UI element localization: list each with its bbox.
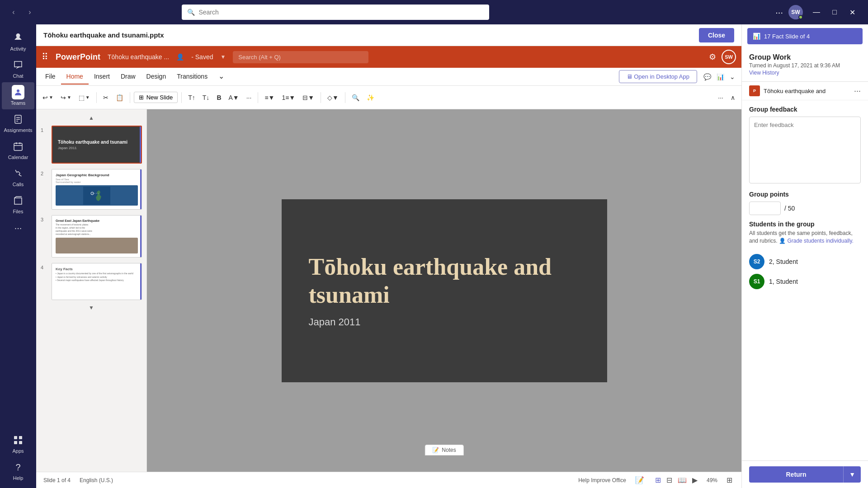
ppt-frame: ⠿ PowerPoint Tōhoku earthquake ... 👤 - S… [36, 46, 741, 488]
cut-button[interactable]: ✂ [100, 92, 111, 103]
view-history-link[interactable]: View History [749, 70, 861, 76]
font-size-up[interactable]: T↑ [185, 92, 198, 103]
calendar-label: Calendar [8, 155, 28, 160]
slideshow-button[interactable]: ▶ [690, 475, 699, 485]
open-desktop-button[interactable]: 🖥 Open in Desktop App [619, 70, 697, 83]
sidebar-item-calendar[interactable]: Calendar [2, 136, 34, 164]
collapse-toolbar-button[interactable]: ∧ [728, 92, 738, 103]
sidebar-item-calls[interactable]: Calls [2, 164, 34, 191]
menu-insert[interactable]: Insert [89, 69, 115, 84]
return-dropdown-button[interactable]: ▼ [843, 466, 861, 483]
avatar[interactable]: SW [788, 5, 803, 19]
file-options-button[interactable]: ··· [854, 86, 861, 96]
slide3-indicator [140, 216, 142, 257]
scroll-up[interactable]: ▲ [36, 113, 146, 123]
nav-buttons: ‹ › [7, 6, 36, 19]
ppt-apps-button[interactable]: ⠿ [42, 52, 48, 62]
slide-preview-4[interactable]: Key Facts • Japan is a country documente… [52, 263, 142, 300]
student-item-s2[interactable]: S2 2, Student [749, 254, 861, 269]
content-area: Tōhoku earthquake and tsunami.pptx Close… [36, 24, 741, 488]
slide-thumb-1[interactable]: 1 Tōhoku earthquake and tsunami Japan 20… [36, 123, 146, 166]
font-size-down[interactable]: T↓ [200, 92, 212, 103]
student-list: S2 2, Student S1 1, Student [742, 250, 868, 293]
sidebar-item-teams[interactable]: Teams [2, 82, 34, 109]
right-panel-header: Group Work Turned in August 17, 2021 at … [742, 48, 868, 82]
notes-button[interactable]: 📝 [633, 475, 646, 485]
minimize-button[interactable]: — [808, 4, 825, 20]
sidebar-item-chat[interactable]: Chat [2, 55, 34, 82]
student-item-s1[interactable]: S1 1, Student [749, 274, 861, 289]
menu-home[interactable]: Home [61, 69, 89, 84]
normal-view-button[interactable]: ⊞ [653, 475, 663, 485]
sidebar-item-activity[interactable]: Activity [2, 28, 34, 55]
assignments-label: Assignments [4, 127, 33, 133]
sidebar: Activity Chat Teams Assignments [0, 24, 36, 488]
title-search-bar[interactable]: 🔍 [182, 5, 489, 20]
slide-preview-3[interactable]: Great East Japan Earthquake The movement… [52, 215, 142, 258]
collaborate-button[interactable]: ⌄ [727, 71, 738, 82]
copy-button[interactable]: ⬚▼ [76, 92, 93, 103]
settings-icon[interactable]: ⚙ [709, 52, 716, 62]
main-slide[interactable]: Tōhoku earthquake and tsunami Japan 2011 [282, 199, 607, 382]
prev-item-button[interactable]: 📊 17 Fact Slide of 4 [747, 28, 863, 44]
sidebar-item-help[interactable]: ? Help [2, 457, 34, 484]
shape-fill-button[interactable]: ◇▼ [325, 92, 341, 103]
points-input[interactable] [749, 202, 781, 215]
back-button[interactable]: ‹ [7, 6, 20, 19]
menu-design[interactable]: Design [141, 69, 172, 84]
slide-preview-1[interactable]: Tōhoku earthquake and tsunami Japan 2011 [52, 126, 142, 164]
menu-more[interactable]: ⌄ [213, 68, 230, 85]
ppt-search-input[interactable] [233, 51, 368, 63]
sidebar-item-apps[interactable]: Apps [2, 430, 34, 457]
return-button[interactable]: Return [749, 466, 843, 483]
forward-button[interactable]: › [24, 6, 36, 19]
teams-label: Teams [11, 100, 25, 106]
feedback-textarea[interactable] [749, 117, 861, 183]
slide-thumb-4[interactable]: 4 Key Facts • Japan is a country documen… [36, 260, 146, 303]
scroll-down[interactable]: ▼ [36, 303, 146, 313]
notes-tab[interactable]: 📝 Notes [425, 445, 463, 455]
find-button[interactable]: 🔍 [349, 92, 362, 103]
zoom-fit-button[interactable]: ⊞ [725, 475, 734, 485]
close-button[interactable]: ✕ [844, 4, 861, 20]
search-input[interactable] [198, 9, 484, 16]
close-file-button[interactable]: Close [699, 28, 734, 42]
magic-button[interactable]: ✨ [364, 92, 377, 103]
present-button[interactable]: 📊 [714, 71, 727, 82]
menu-draw[interactable]: Draw [115, 69, 141, 84]
calls-label: Calls [13, 182, 24, 187]
redo-button[interactable]: ↪▼ [58, 92, 74, 103]
toolbar-separator-1 [96, 92, 97, 103]
font-color-button[interactable]: A▼ [226, 92, 242, 103]
bold-button[interactable]: B [214, 92, 224, 103]
maximize-button[interactable]: □ [826, 4, 843, 20]
more-options-button[interactable]: ··· [775, 7, 783, 18]
sidebar-item-assignments[interactable]: Assignments [2, 109, 34, 136]
grade-individually-link[interactable]: Grade students individually. [787, 238, 854, 244]
ppt-brand-label: PowerPoint [56, 52, 100, 62]
bullets-button[interactable]: ≡▼ [262, 92, 277, 103]
slide-thumb-3[interactable]: 3 Great East Japan Earthquake The moveme… [36, 212, 146, 260]
undo-button[interactable]: ↩▼ [40, 92, 56, 103]
svg-point-0 [17, 89, 19, 92]
dropdown-arrow: ▼ [220, 54, 226, 60]
slide-sorter-button[interactable]: ⊟ [665, 475, 674, 485]
expand-toolbar-button[interactable]: ··· [715, 92, 726, 103]
more-text-button[interactable]: ··· [244, 92, 255, 103]
paste-button[interactable]: 📋 [113, 92, 126, 103]
help-improve[interactable]: Help Improve Office [578, 477, 626, 483]
align-button[interactable]: ⊟▼ [300, 92, 317, 103]
menu-file[interactable]: File [40, 69, 61, 84]
sidebar-item-more[interactable]: ··· [2, 218, 34, 238]
section-title: Group Work [749, 53, 861, 61]
numbering-button[interactable]: 1≡▼ [279, 92, 298, 103]
new-slide-icon: ⊞ [139, 94, 144, 101]
new-slide-button[interactable]: ⊞ New Slide [134, 92, 178, 103]
sidebar-item-files[interactable]: Files [2, 191, 34, 218]
ppt-avatar[interactable]: SW [722, 50, 736, 64]
slide-thumb-2[interactable]: 2 Japan Geographic Background Sea of Sea… [36, 166, 146, 212]
comment-button[interactable]: 💬 [701, 71, 714, 82]
menu-transitions[interactable]: Transitions [171, 69, 213, 84]
reading-view-button[interactable]: 📖 [676, 475, 689, 485]
slide-preview-2[interactable]: Japan Geographic Background Sea of SeaSu… [52, 169, 142, 210]
